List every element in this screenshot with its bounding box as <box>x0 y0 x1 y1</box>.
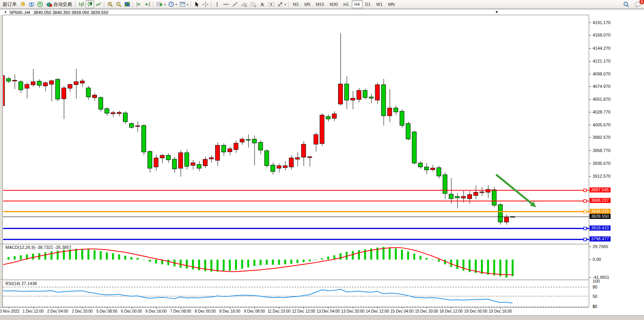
candle-body <box>80 81 84 83</box>
trend-arrow-annotation[interactable] <box>496 175 532 204</box>
search-button[interactable] <box>622 0 631 8</box>
candlestick-icon <box>87 1 93 7</box>
timeframe-button-mn[interactable]: MN <box>385 0 397 8</box>
text-label-icon: T <box>268 1 275 7</box>
timeframe-button-h1[interactable]: H1 <box>340 0 351 8</box>
candle-body <box>25 84 29 88</box>
time-tick <box>377 308 378 309</box>
candle <box>197 161 201 171</box>
candle-body <box>252 139 256 143</box>
timeframe-button-m1[interactable]: M1 <box>290 0 302 8</box>
line-handle[interactable] <box>584 227 586 230</box>
vertical-line-tool-button[interactable] <box>213 0 221 8</box>
line-handle[interactable] <box>584 199 586 202</box>
candle <box>105 107 109 115</box>
price-tick <box>589 61 591 61</box>
rsi-axis-label: 0 <box>593 304 595 309</box>
chart-shift-button[interactable] <box>143 0 152 8</box>
notifications-button[interactable]: 1 <box>633 0 642 8</box>
timeframe-button-m30[interactable]: M30 <box>327 0 340 8</box>
shapes-arrows-button[interactable]: ▾ <box>276 0 287 8</box>
candle-body <box>160 155 164 158</box>
candle-body <box>486 189 490 192</box>
candle <box>93 93 97 101</box>
equidistant-channel-tool-button[interactable]: E <box>239 0 249 8</box>
macd-histogram-bar <box>229 260 231 271</box>
line-price-label: 3887.545 <box>590 187 611 192</box>
broadcast-button[interactable] <box>36 0 44 8</box>
svg-text:T: T <box>270 3 272 7</box>
tile-windows-button[interactable] <box>123 0 132 8</box>
candle-body <box>289 158 293 167</box>
cursor-tool-button[interactable] <box>193 0 201 8</box>
line-handle[interactable] <box>584 189 586 192</box>
macd-histogram-bar <box>130 257 132 260</box>
auto-scroll-button[interactable] <box>135 0 143 8</box>
macd-histogram-bar <box>247 260 249 268</box>
macd-histogram-bar <box>118 254 120 259</box>
search-icon <box>623 1 630 8</box>
text-label-tool-button[interactable]: T <box>267 0 276 8</box>
macd-histogram-bar <box>278 260 280 265</box>
candle <box>351 91 355 109</box>
bar-chart-type-button[interactable] <box>77 0 86 8</box>
horizontal-line-tool-button[interactable] <box>221 0 231 8</box>
market-watch-button[interactable] <box>27 0 36 8</box>
timeframe-button-d1[interactable]: D1 <box>363 0 374 8</box>
line-chart-type-button[interactable] <box>94 0 103 8</box>
candle-body <box>234 143 238 150</box>
macd-histogram-bar <box>88 249 89 259</box>
candle-body <box>480 192 484 192</box>
timeframe-button-h4[interactable]: H4 <box>352 0 363 8</box>
fibonacci-tool-button[interactable]: F <box>249 0 258 8</box>
timeframe-button-m5[interactable]: M5 <box>302 0 313 8</box>
line-handle[interactable] <box>584 210 586 213</box>
chart-window-titlebar: ▼ SP500-,H4 3840.050 3840.350 3839.050 3… <box>0 9 644 15</box>
chart-menu-triangle-icon[interactable]: ▼ <box>4 10 7 14</box>
candle <box>302 141 306 166</box>
candle <box>277 164 281 173</box>
timeframe-button-m15[interactable]: M15 <box>313 0 327 8</box>
crosshair-tool-button[interactable] <box>201 0 210 8</box>
timeframe-button-w1[interactable]: W1 <box>374 0 386 8</box>
candle <box>449 178 453 204</box>
templates-button[interactable]: ▾ <box>178 0 190 8</box>
zoom-out-button[interactable] <box>114 0 123 8</box>
new-order-button[interactable]: 新订单 <box>1 0 19 8</box>
macd-histogram-bar <box>167 260 169 265</box>
text-tool-button[interactable]: A <box>258 0 267 8</box>
macd-histogram-bar <box>395 248 397 260</box>
price-alert-button[interactable] <box>19 0 27 8</box>
macd-histogram-bar <box>456 260 458 269</box>
candle-body <box>375 85 379 100</box>
candle <box>437 166 441 178</box>
chart-shift-marker-icon[interactable]: ▼ <box>495 10 498 14</box>
auto-trading-button[interactable]: 自动交易 <box>44 0 74 8</box>
chevron-down-icon: ▾ <box>284 3 286 6</box>
macd-histogram-bar <box>106 252 108 260</box>
candle <box>160 154 164 163</box>
candle <box>486 185 490 198</box>
time-tick <box>156 308 156 309</box>
candle <box>381 79 386 126</box>
candle-body <box>142 126 146 152</box>
candle <box>172 157 177 173</box>
candlestick-chart-type-button[interactable] <box>86 0 94 8</box>
periods-button[interactable]: ▾ <box>167 0 178 8</box>
price-tick <box>589 163 591 164</box>
text-icon: A <box>260 2 264 7</box>
horizontal-line-icon <box>223 1 230 7</box>
candle-body <box>339 84 343 104</box>
candle-body <box>203 159 207 166</box>
zoom-in-button[interactable] <box>106 0 114 8</box>
candle <box>135 122 140 132</box>
candle <box>86 86 91 100</box>
macd-histogram-bar <box>389 248 391 260</box>
macd-histogram-bar <box>143 260 145 260</box>
add-indicator-button[interactable]: ▾ <box>155 0 167 8</box>
candle-body <box>277 166 281 168</box>
candle-body <box>179 153 183 168</box>
line-handle[interactable] <box>584 238 586 241</box>
candle-body <box>43 83 47 86</box>
trendline-tool-button[interactable] <box>231 0 239 8</box>
